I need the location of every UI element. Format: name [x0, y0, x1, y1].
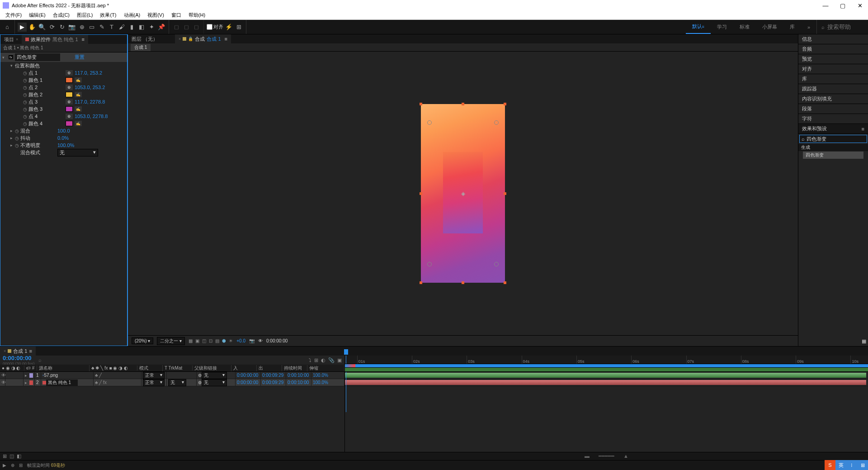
menu-window[interactable]: 窗口	[168, 12, 185, 19]
workspace-learn[interactable]: 学习	[711, 20, 733, 34]
motion-blur-icon[interactable]: ◐	[321, 357, 326, 363]
disk-cache-icon[interactable]: ⊞	[19, 463, 23, 468]
snap-options-icon[interactable]: ⚡	[224, 23, 233, 32]
effect-point-3[interactable]	[427, 262, 432, 266]
layer-row-2[interactable]: 👁 ▸ 2 黑色 纯色 1 ♣ ╱ fx 正常▾ 无▾ ⊚ 无▾ 0:00:00…	[0, 379, 344, 386]
zoom-slider[interactable]: ━━━━━	[599, 453, 614, 459]
camera-tool[interactable]: 📷	[67, 23, 76, 32]
region-icon[interactable]: ⊡	[209, 338, 212, 343]
selection-handle[interactable]	[420, 192, 422, 195]
menu-animation[interactable]: 动画(A)	[120, 12, 144, 19]
zoom-out-icon[interactable]: ▬	[585, 453, 590, 459]
stopwatch-icon[interactable]: ◷	[23, 85, 28, 90]
workspace-standard[interactable]: 标准	[733, 20, 756, 34]
point3-value[interactable]: 117.0, 2278.8	[75, 99, 105, 104]
selection-tool[interactable]: ▶	[18, 23, 27, 32]
point2-value[interactable]: 1053.0, 253.2	[75, 85, 105, 90]
guides-icon[interactable]: ▣	[195, 338, 199, 343]
stopwatch-icon[interactable]: ◷	[23, 100, 28, 104]
ime-keyboard-icon[interactable]: ⊞	[857, 460, 868, 470]
stopwatch-icon[interactable]: ◷	[23, 107, 28, 112]
timeline-bars[interactable]	[345, 372, 868, 412]
crosshair-icon[interactable]: ⊕	[66, 99, 73, 104]
graph-editor-icon[interactable]: 📎	[328, 357, 335, 363]
layer-bar-2[interactable]	[345, 380, 866, 385]
composition-viewer-tab[interactable]: × 🔒 合成 合成 1 ≡	[175, 34, 231, 43]
align-panel[interactable]: 对齐	[798, 64, 868, 74]
snap-grid-icon[interactable]: ⊞	[234, 23, 243, 32]
search-icon[interactable]: ⌕	[38, 357, 42, 363]
puppet-tool[interactable]: 📌	[157, 23, 166, 32]
toggle-switches-icon[interactable]: ⊞	[3, 453, 7, 459]
layer-bar-1[interactable]	[345, 373, 866, 378]
stopwatch-icon[interactable]: ◷	[23, 114, 28, 119]
selection-handle[interactable]	[420, 103, 422, 105]
blend-mode-dropdown[interactable]: 无▾	[57, 149, 98, 157]
info-panel[interactable]: 信息	[798, 34, 868, 44]
exposure-value[interactable]: +0.0	[236, 338, 245, 343]
workspace-more[interactable]: »	[801, 20, 816, 34]
crosshair-icon[interactable]: ⊕	[66, 70, 73, 76]
exposure-icon[interactable]: ☀	[229, 338, 233, 343]
stopwatch-icon[interactable]: ◷	[15, 128, 20, 133]
color3-swatch[interactable]	[66, 106, 73, 112]
maximize-button[interactable]: ▢	[837, 2, 848, 9]
crosshair-icon[interactable]: ⊕	[66, 114, 73, 119]
eyedropper-icon[interactable]: ✍	[75, 92, 82, 97]
opacity-value[interactable]: 100.0%	[57, 142, 74, 148]
stopwatch-icon[interactable]: ◷	[23, 71, 28, 76]
time-ruler[interactable]: 01s 02s 03s 04s 05s 06s 07s 08s 09s 10s	[345, 356, 868, 364]
workspace-small[interactable]: 小屏幕	[756, 20, 783, 34]
library-panel[interactable]: 库	[798, 74, 868, 84]
snapshot-icon[interactable]: 📷	[249, 338, 255, 343]
expand-icon[interactable]: ▣	[337, 357, 342, 363]
eyedropper-icon[interactable]: ✍	[75, 77, 82, 83]
toggle-in-out-icon[interactable]: ◧	[17, 453, 21, 459]
mask-icon[interactable]: ◫	[202, 338, 206, 343]
preset-category[interactable]: 生成	[798, 144, 868, 151]
menu-icon[interactable]: ≡	[862, 126, 864, 132]
effects-presets-panel[interactable]: 效果和预设≡	[798, 124, 868, 134]
blend-value[interactable]: 100.0	[57, 128, 70, 133]
menu-effect[interactable]: 效果(T)	[96, 12, 120, 19]
home-icon[interactable]: ⌂	[3, 23, 12, 32]
menu-help[interactable]: 帮助(H)	[185, 12, 209, 19]
toggle-modes-icon[interactable]: ◫	[9, 453, 14, 459]
layer-label-swatch[interactable]	[29, 380, 33, 385]
project-tab[interactable]: 项目 ×	[0, 35, 22, 44]
selection-handle[interactable]	[462, 103, 464, 105]
stopwatch-icon[interactable]: ◷	[23, 121, 28, 126]
point1-value[interactable]: 117.0, 253.2	[75, 70, 102, 76]
effect-name[interactable]: 四色渐变	[15, 53, 60, 61]
zoom-in-icon[interactable]: ▲	[623, 453, 628, 459]
ime-logo-icon[interactable]: S	[825, 460, 835, 470]
menu-icon[interactable]: ≡	[225, 36, 227, 42]
effect-controls-tab[interactable]: 效果控件 黑色 纯色 1 ≡	[22, 35, 88, 44]
show-snapshot-icon[interactable]: 👁	[258, 338, 263, 343]
hand-tool[interactable]: ✋	[28, 23, 37, 32]
minimize-button[interactable]: —	[820, 2, 831, 9]
menu-layer[interactable]: 图层(L)	[73, 12, 96, 19]
menu-view[interactable]: 视图(V)	[144, 12, 168, 19]
orbit-tool[interactable]: ⟳	[47, 23, 57, 32]
roto-tool[interactable]: ✦	[147, 23, 156, 32]
content-aware-panel[interactable]: 内容识别填充	[798, 94, 868, 104]
jitter-value[interactable]: 0.0%	[57, 135, 69, 141]
resolution-dropdown[interactable]: 二分之一 ▾	[157, 337, 185, 345]
twirl-icon[interactable]: ▾	[2, 55, 7, 60]
shape-tool[interactable]: ▭	[87, 23, 96, 32]
selection-handle[interactable]	[504, 192, 506, 195]
frame-blend-icon[interactable]: ⊞	[314, 357, 318, 363]
selection-handle[interactable]	[462, 281, 464, 284]
stopwatch-icon[interactable]: ◷	[23, 78, 28, 83]
twirl-icon[interactable]: ▸	[10, 143, 15, 147]
search-help-input[interactable]	[827, 24, 863, 30]
point4-value[interactable]: 1053.0, 2278.8	[75, 114, 108, 119]
tracker-panel[interactable]: 跟踪器	[798, 84, 868, 94]
selection-handle[interactable]	[420, 281, 422, 284]
clone-tool[interactable]: ▮	[127, 23, 136, 32]
color2-swatch[interactable]	[66, 92, 73, 97]
visibility-icon[interactable]: 👁	[0, 372, 5, 379]
shy-icon[interactable]: ⤵	[309, 357, 311, 363]
channel-icon[interactable]: ▤	[215, 338, 219, 343]
